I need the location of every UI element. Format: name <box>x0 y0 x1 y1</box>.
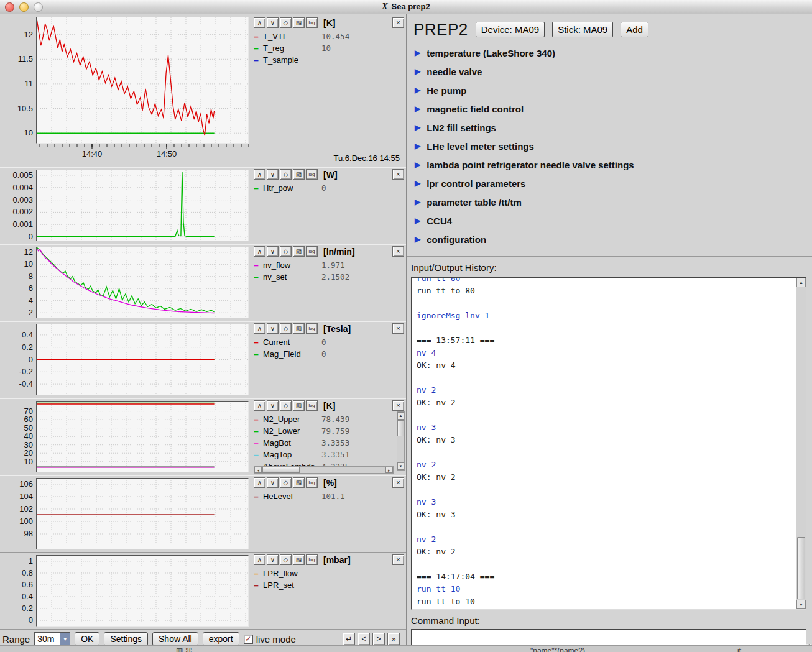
tree-item-ccu4[interactable]: ▶CCU4 <box>415 211 812 230</box>
grid-options-button[interactable]: ▨ <box>293 169 305 180</box>
window-minimize-button[interactable] <box>19 2 29 12</box>
range-select[interactable]: 30m ▼ <box>34 632 70 646</box>
scroll-up-arrow-icon[interactable]: ▲ <box>796 278 806 287</box>
export-button[interactable]: export <box>203 632 239 646</box>
scroll-up-button[interactable]: ∧ <box>254 323 265 334</box>
chart-close-button[interactable]: × <box>392 400 404 411</box>
tree-item-ln2-fill-settings[interactable]: ▶LN2 fill settings <box>415 118 812 137</box>
autoscale-button[interactable]: ◇ <box>280 323 292 334</box>
plot-area-he-level[interactable] <box>36 478 249 549</box>
chart-close-button[interactable]: × <box>392 17 404 28</box>
tree-item-configuration[interactable]: ▶configuration <box>415 230 812 249</box>
show-all-button[interactable]: Show All <box>152 632 198 646</box>
legend-scrollbar-vertical[interactable]: ▲▼ <box>397 411 405 471</box>
grid-options-button[interactable]: ▨ <box>293 400 305 411</box>
chart-close-button[interactable]: × <box>392 477 404 488</box>
scrollbar-track[interactable] <box>397 420 404 462</box>
x11-app-icon: X <box>382 2 387 11</box>
add-button[interactable]: Add <box>621 22 648 37</box>
scrollbar-thumb[interactable] <box>397 420 404 436</box>
step-forward-button[interactable]: > <box>372 633 385 645</box>
log-scale-button[interactable]: log <box>306 169 318 180</box>
log-scale-button[interactable]: log <box>306 246 318 257</box>
scroll-up-button[interactable]: ∧ <box>254 400 265 411</box>
scroll-down-arrow-icon[interactable]: ▼ <box>397 462 404 470</box>
plot-area-needle-valve[interactable] <box>36 247 249 318</box>
step-back-button[interactable]: < <box>358 633 370 645</box>
scroll-up-button[interactable]: ∧ <box>254 477 265 488</box>
tree-item-needle-valve[interactable]: ▶needle valve <box>415 62 812 81</box>
device-button[interactable]: Device: MA09 <box>476 22 545 37</box>
plot-area-lpr[interactable] <box>36 555 249 627</box>
scroll-down-button[interactable]: ∨ <box>267 246 279 257</box>
scroll-up-button[interactable]: ∧ <box>254 246 265 257</box>
grid-options-button[interactable]: ▨ <box>293 17 305 28</box>
tree-item-lpr-control-parameters[interactable]: ▶lpr control parameters <box>415 174 812 193</box>
y-tick-label: 98 <box>24 529 33 538</box>
scroll-down-button[interactable]: ∨ <box>267 323 279 334</box>
legend-scrollbar-horizontal[interactable]: ◄► <box>254 466 394 474</box>
autoscale-button[interactable]: ◇ <box>280 17 292 28</box>
scrollbar-track[interactable] <box>262 467 385 473</box>
autoscale-button[interactable]: ◇ <box>280 554 292 565</box>
log-scale-button[interactable]: log <box>306 323 318 334</box>
log-scale-button[interactable]: log <box>306 554 318 565</box>
scroll-down-button[interactable]: ∨ <box>267 17 279 28</box>
jump-to-end-button[interactable]: » <box>387 633 400 645</box>
tree-item-lambda-point-refrigerator-needle-valve-settings[interactable]: ▶lambda point refrigerator needle valve … <box>415 155 812 174</box>
chevron-down-icon[interactable]: ▼ <box>60 633 70 645</box>
chart-close-button[interactable]: × <box>392 246 404 257</box>
tree-item-parameter-table-tt-tm[interactable]: ▶parameter table /tt/tm <box>415 193 812 211</box>
chart-close-button[interactable]: × <box>392 554 404 565</box>
console-scrollbar[interactable]: ▲▼ <box>796 278 806 609</box>
plot-area-magnet[interactable] <box>36 324 249 395</box>
plot-area-temperature[interactable] <box>36 17 249 144</box>
autoscale-button[interactable]: ◇ <box>280 477 292 488</box>
ok-button[interactable]: OK <box>75 632 99 646</box>
autoscale-button[interactable]: ◇ <box>280 400 292 411</box>
log-scale-button[interactable]: log <box>306 400 318 411</box>
scroll-down-button[interactable]: ∨ <box>267 554 279 565</box>
scroll-up-button[interactable]: ∧ <box>254 554 265 565</box>
scroll-down-button[interactable]: ∨ <box>267 477 279 488</box>
scroll-up-button[interactable]: ∧ <box>254 169 265 180</box>
scroll-down-button[interactable]: ∨ <box>267 400 279 411</box>
tree-item-temperature-lakeshore-340[interactable]: ▶temperature (LakeShore 340) <box>415 44 812 62</box>
tree-item-he-pump[interactable]: ▶He pump <box>415 81 812 99</box>
live-mode-checkbox[interactable]: ✓ <box>244 635 253 644</box>
scrollbar-thumb[interactable] <box>262 467 300 473</box>
tree-item-magnetic-field-control[interactable]: ▶magnetic field control <box>415 99 812 118</box>
stick-button[interactable]: Stick: MA09 <box>552 22 613 37</box>
grid-options-button[interactable]: ▨ <box>293 246 305 257</box>
grid-options-button[interactable]: ▨ <box>293 323 305 334</box>
jump-to-now-button[interactable]: ↵ <box>343 633 355 645</box>
chart-close-button[interactable]: × <box>392 169 404 180</box>
plot-area-heater[interactable] <box>36 170 249 241</box>
plot-area-cryo-temps[interactable] <box>36 401 249 472</box>
scroll-down-button[interactable]: ∨ <box>267 169 279 180</box>
scroll-left-arrow-icon[interactable]: ◄ <box>254 467 262 473</box>
series-color-dash: – <box>254 183 263 193</box>
grid-options-button[interactable]: ▨ <box>293 554 305 565</box>
scroll-up-arrow-icon[interactable]: ▲ <box>397 412 404 420</box>
grid-options-button[interactable]: ▨ <box>293 477 305 488</box>
y-tick-label: 10 <box>24 259 33 269</box>
scroll-up-button[interactable]: ∧ <box>254 17 265 28</box>
tree-item-label: LN2 fill settings <box>427 122 496 133</box>
window-close-button[interactable] <box>5 2 14 12</box>
command-input[interactable] <box>412 630 806 645</box>
scrollbar-thumb[interactable] <box>797 537 805 599</box>
chart-close-button[interactable]: × <box>392 323 404 334</box>
window-zoom-button[interactable] <box>34 2 43 12</box>
scrollbar-track[interactable] <box>796 287 806 600</box>
settings-button[interactable]: Settings <box>104 632 148 646</box>
tree-item-lhe-level-meter-settings[interactable]: ▶LHe level meter settings <box>415 137 812 155</box>
autoscale-button[interactable]: ◇ <box>280 169 292 180</box>
chart-unit-label: [mbar] <box>323 555 351 565</box>
scroll-down-arrow-icon[interactable]: ▼ <box>796 600 806 609</box>
log-scale-button[interactable]: log <box>306 17 318 28</box>
scroll-right-arrow-icon[interactable]: ► <box>385 467 393 473</box>
log-scale-button[interactable]: log <box>306 477 318 488</box>
autoscale-button[interactable]: ◇ <box>280 246 292 257</box>
io-history-console[interactable]: run tt 80run tt to 80 ignoreMsg lnv 1 ==… <box>411 277 806 610</box>
